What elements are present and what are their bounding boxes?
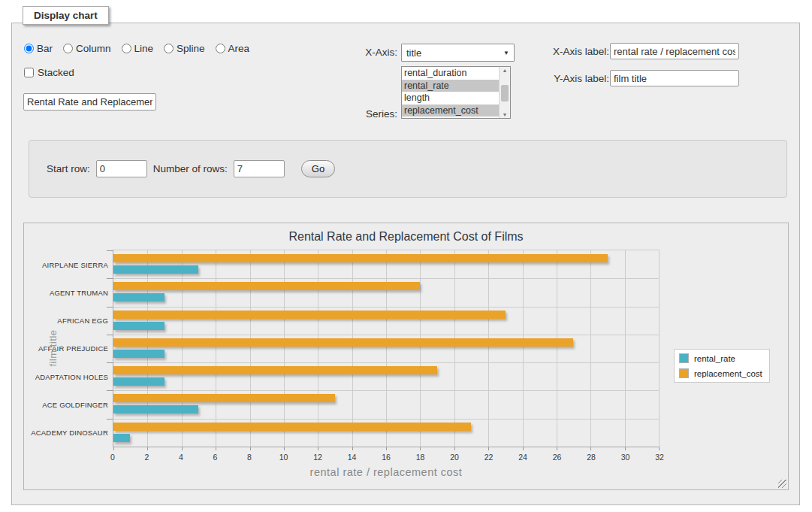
chart-title: Rental Rate and Replacement Cost of Film… xyxy=(24,230,788,244)
x-tick-mark xyxy=(386,447,387,450)
legend-swatch xyxy=(679,353,689,363)
x-axis-select-label: X-Axis: xyxy=(349,47,397,58)
chart-container: Rental Rate and Replacement Cost of Film… xyxy=(23,223,789,490)
bar-rental_rate xyxy=(113,434,130,442)
category-label: ACADEMY DINOSAUR xyxy=(31,429,108,437)
chart-type-radio-bar[interactable] xyxy=(24,44,34,53)
x-tick-label: 32 xyxy=(655,453,664,462)
chart-type-option-line[interactable]: Line xyxy=(122,43,154,54)
bar-rental_rate xyxy=(113,377,165,386)
y-axis-label-label: Y-Axis label: xyxy=(534,73,609,84)
number-of-rows-label: Number of rows: xyxy=(153,163,228,174)
stacked-checkbox[interactable] xyxy=(24,68,34,77)
series-listbox[interactable]: rental_durationrental_ratelengthreplacem… xyxy=(401,66,511,119)
category-row: AFRICAN EGG xyxy=(113,307,659,335)
category-label: AFRICAN EGG xyxy=(57,317,108,325)
x-axis-label-input[interactable] xyxy=(610,43,739,59)
legend-item-rental_rate: rental_rate xyxy=(679,353,762,363)
resize-handle[interactable] xyxy=(778,480,786,488)
bar-rental_rate xyxy=(113,293,165,301)
category-row: ADAPTATION HOLES xyxy=(113,362,659,390)
chart-legend: rental_ratereplacement_cost xyxy=(674,349,770,383)
series-options: rental_durationrental_ratelengthreplacem… xyxy=(402,67,499,118)
x-tick-label: 10 xyxy=(279,453,288,462)
y-tick-mark xyxy=(107,362,113,363)
start-row-input[interactable] xyxy=(96,160,147,177)
x-tick-mark xyxy=(147,447,148,450)
chart-type-option-spline[interactable]: Spline xyxy=(164,43,205,54)
x-tick-label: 26 xyxy=(553,453,562,462)
x-tick-mark xyxy=(318,447,318,450)
category-label: AIRPLANE SIERRA xyxy=(42,260,108,268)
chart-type-label: Spline xyxy=(177,43,205,54)
x-axis-select[interactable]: title ▼ xyxy=(401,44,515,62)
x-tick-mark xyxy=(659,447,660,450)
chart-type-radio-column[interactable] xyxy=(63,44,73,53)
category-row: AGENT TRUMAN xyxy=(113,278,659,306)
series-option-length[interactable]: length xyxy=(402,92,499,105)
bar-replacement_cost xyxy=(113,338,573,347)
gridline xyxy=(113,278,659,279)
y-tick-mark xyxy=(107,278,113,279)
category-label: AFFAIR PREJUDICE xyxy=(38,344,108,353)
series-scrollbar[interactable]: ▲ ▼ xyxy=(499,67,510,118)
x-tick-label: 12 xyxy=(313,453,322,462)
category-label: ACE GOLDFINGER xyxy=(42,401,108,409)
number-of-rows-input[interactable] xyxy=(234,160,285,177)
y-tick-mark xyxy=(107,335,113,335)
gridline xyxy=(113,250,659,251)
y-tick-mark xyxy=(107,419,113,420)
category-row: ACADEMY DINOSAUR xyxy=(113,419,659,447)
stacked-checkbox-row[interactable]: Stacked xyxy=(24,67,74,78)
x-tick-mark xyxy=(523,447,524,450)
y-axis-label-input[interactable] xyxy=(610,70,739,86)
x-tick-label: 30 xyxy=(621,453,630,462)
bar-replacement_cost xyxy=(113,254,608,262)
chart-type-option-bar[interactable]: Bar xyxy=(24,43,53,54)
gridline xyxy=(113,307,659,308)
bar-replacement_cost xyxy=(113,366,437,374)
series-option-rental_duration[interactable]: rental_duration xyxy=(402,67,499,80)
category-label: ADAPTATION HOLES xyxy=(35,372,108,380)
chart-type-option-area[interactable]: Area xyxy=(216,43,250,54)
bar-rental_rate xyxy=(113,405,198,414)
series-option-rental_rate[interactable]: rental_rate xyxy=(402,80,499,92)
series-option-replacement_cost[interactable]: replacement_cost xyxy=(402,105,499,117)
scrollbar-thumb[interactable] xyxy=(501,85,509,101)
go-button[interactable]: Go xyxy=(301,160,335,177)
gridline xyxy=(113,419,659,420)
x-tick-label: 2 xyxy=(145,453,149,462)
chart-type-option-column[interactable]: Column xyxy=(63,43,111,54)
bar-rental_rate xyxy=(113,350,165,358)
stacked-label: Stacked xyxy=(38,67,74,78)
fieldset-legend: Display chart xyxy=(23,6,109,25)
chart-type-radio-spline[interactable] xyxy=(164,44,174,53)
x-tick-mark xyxy=(454,447,455,450)
legend-item-replacement_cost: replacement_cost xyxy=(679,368,762,378)
chart-type-label: Column xyxy=(76,43,111,54)
bar-replacement_cost xyxy=(113,282,420,290)
x-axis-select-value: title xyxy=(406,47,421,59)
x-tick-mark xyxy=(284,447,285,450)
gridline xyxy=(113,335,659,335)
chart-type-radio-area[interactable] xyxy=(216,44,225,53)
legend-swatch xyxy=(679,368,689,378)
category-label: AGENT TRUMAN xyxy=(50,288,108,296)
bar-replacement_cost xyxy=(113,311,506,319)
category-row: AFFAIR PREJUDICE xyxy=(113,335,659,362)
y-tick-mark xyxy=(107,250,113,251)
chart-title-input[interactable] xyxy=(23,93,156,111)
category-row: ACE GOLDFINGER xyxy=(113,390,659,418)
x-tick-mark xyxy=(420,447,421,450)
plot-area: AIRPLANE SIERRAAGENT TRUMANAFRICAN EGGAF… xyxy=(113,250,660,447)
legend-label: replacement_cost xyxy=(694,369,762,378)
scroll-down-icon[interactable]: ▼ xyxy=(503,112,508,117)
scroll-up-icon[interactable]: ▲ xyxy=(503,68,508,73)
chart-type-radio-line[interactable] xyxy=(122,44,131,53)
display-chart-fieldset: Display chart BarColumnLineSplineArea St… xyxy=(11,23,800,505)
x-tick-label: 8 xyxy=(247,453,252,462)
x-tick-label: 4 xyxy=(179,453,183,462)
x-tick-mark xyxy=(113,447,114,450)
bar-replacement_cost xyxy=(113,423,471,431)
bar-rental_rate xyxy=(113,265,198,274)
